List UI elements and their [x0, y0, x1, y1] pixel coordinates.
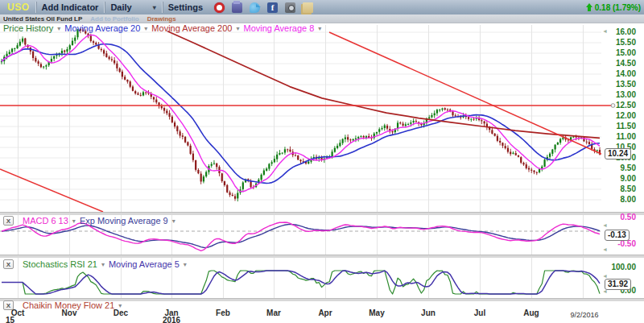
- macd-value-badge: -0.13: [605, 230, 630, 241]
- chevron-down-icon: ▾: [57, 25, 60, 32]
- last-price-badge: 10.24: [605, 148, 631, 159]
- price-axis-label: 11.00: [602, 132, 636, 141]
- timeframe-dropdown[interactable]: Daily ▾: [110, 2, 155, 12]
- macd-dropdown[interactable]: MACD 6 13: [23, 216, 68, 226]
- chevron-down-icon: ▾: [318, 25, 321, 32]
- scale-arrow-icon: ◄: [602, 222, 608, 228]
- price-history-dropdown[interactable]: Price History: [3, 23, 53, 33]
- left-trendline[interactable]: [0, 169, 103, 212]
- chevron-down-icon: ▾: [153, 4, 156, 11]
- stochastics-panel-legend: X Stochastics RSI 21 ▾ Moving Average 5 …: [3, 259, 187, 269]
- alarm-icon[interactable]: [214, 2, 225, 13]
- chevron-down-icon: ▾: [72, 217, 76, 225]
- symbol-bar: United States Oil Fund LP Add to Portfol…: [0, 14, 644, 23]
- settings-button[interactable]: Settings: [168, 2, 203, 12]
- macd-axis-label: 0.50: [602, 213, 636, 222]
- month-axis-label: Mar: [266, 309, 281, 317]
- toolbar-icons: f: [214, 2, 313, 13]
- up-arrow-icon: [586, 3, 593, 11]
- change-value: 0.18 (1.79%): [595, 3, 641, 12]
- symbol-ticker[interactable]: USO: [0, 2, 30, 13]
- month-axis-label: Jul: [474, 309, 485, 317]
- price-panel-legend: Price History ▾ Moving Average 20 ▾ Movi…: [3, 23, 321, 33]
- price-axis-label: 8.00: [602, 195, 636, 204]
- stoch-axis-label: 100.00: [602, 263, 636, 271]
- price-axis-label: 15.00: [602, 48, 636, 57]
- price-axis-label: 14.00: [602, 69, 636, 78]
- price-axis-label: 11.50: [602, 122, 636, 130]
- toolbar-divider: [35, 2, 36, 13]
- price-axis-label: 9.50: [602, 164, 636, 172]
- add-to-portfolio-link[interactable]: Add to Portfolio: [90, 15, 138, 23]
- scale-arrow-icon: ◄: [602, 28, 608, 34]
- price-axis-label: 12.50: [602, 101, 636, 110]
- end-date-label: 9/2/2016: [570, 311, 598, 319]
- candlestick-series: [1, 28, 601, 201]
- timeframe-value: Daily: [110, 2, 131, 12]
- month-axis-label: Apr: [318, 309, 332, 317]
- macd-panel-legend: X MACD 6 13 ▾ Exp Moving Average 9 ▾: [3, 216, 175, 226]
- month-axis-label: Jun: [421, 309, 436, 317]
- company-name: United States Oil Fund LP: [3, 15, 82, 23]
- price-axis-label: 14.50: [602, 59, 636, 68]
- month-axis-label: May: [369, 309, 384, 317]
- month-axis-label: Dec: [114, 309, 128, 317]
- facebook-icon[interactable]: f: [267, 2, 278, 13]
- price-axis-label: 15.50: [602, 38, 636, 47]
- price-axis-label: 13.00: [602, 90, 636, 99]
- chevron-down-icon: ▾: [144, 25, 147, 32]
- month-axis-label: Nov: [62, 309, 77, 317]
- price-axis-label: 9.00: [602, 174, 636, 183]
- stoch-ma-dropdown[interactable]: Moving Average 5: [109, 259, 180, 269]
- stochastics-line: [2, 271, 600, 294]
- chevron-down-icon: ▾: [184, 261, 187, 268]
- add-indicator-button[interactable]: Add Indicator: [42, 2, 99, 12]
- month-axis-label: Feb: [216, 309, 230, 317]
- scale-arrow-icon: ◄: [602, 273, 608, 279]
- ma8-dropdown[interactable]: Moving Average 8: [243, 23, 314, 33]
- notes-icon[interactable]: [303, 2, 313, 13]
- chart-canvas[interactable]: [0, 0, 644, 323]
- year-axis-label: 2016: [163, 316, 180, 323]
- month-axis-label: Aug: [523, 309, 539, 317]
- twitter-icon[interactable]: [250, 2, 260, 13]
- toolbar-divider: [104, 2, 105, 13]
- drawings-link[interactable]: Drawings: [147, 15, 176, 23]
- top-toolbar: USO Add Indicator Daily ▾ Settings f 0.1…: [0, 0, 644, 14]
- close-icon[interactable]: X: [3, 259, 14, 269]
- year-axis-label: 15: [6, 316, 14, 323]
- stochastics-dropdown[interactable]: Stochastics RSI 21: [23, 259, 97, 269]
- price-axis-label: 8.50: [602, 184, 636, 193]
- charting-app: USO Add Indicator Daily ▾ Settings f 0.1…: [0, 0, 644, 323]
- close-icon[interactable]: X: [3, 216, 14, 226]
- chevron-down-icon: ▾: [236, 25, 239, 32]
- scale-arrow-icon: ◄: [602, 246, 608, 252]
- price-axis-label: 13.50: [602, 80, 636, 89]
- print-icon[interactable]: [232, 2, 242, 13]
- stochastics-value-badge: 31.92: [605, 279, 631, 290]
- toolbar-divider: [162, 2, 163, 13]
- chevron-down-icon: ▾: [101, 261, 105, 268]
- ma20-dropdown[interactable]: Moving Average 20: [64, 23, 140, 33]
- price-change: 0.18 (1.79%): [586, 3, 641, 12]
- ma200-dropdown[interactable]: Moving Average 200: [151, 23, 232, 33]
- camera-icon[interactable]: [285, 2, 295, 13]
- chevron-down-icon: ▾: [172, 217, 175, 225]
- macd-signal-dropdown[interactable]: Exp Moving Average 9: [80, 216, 168, 226]
- price-axis-label: 12.00: [602, 111, 636, 120]
